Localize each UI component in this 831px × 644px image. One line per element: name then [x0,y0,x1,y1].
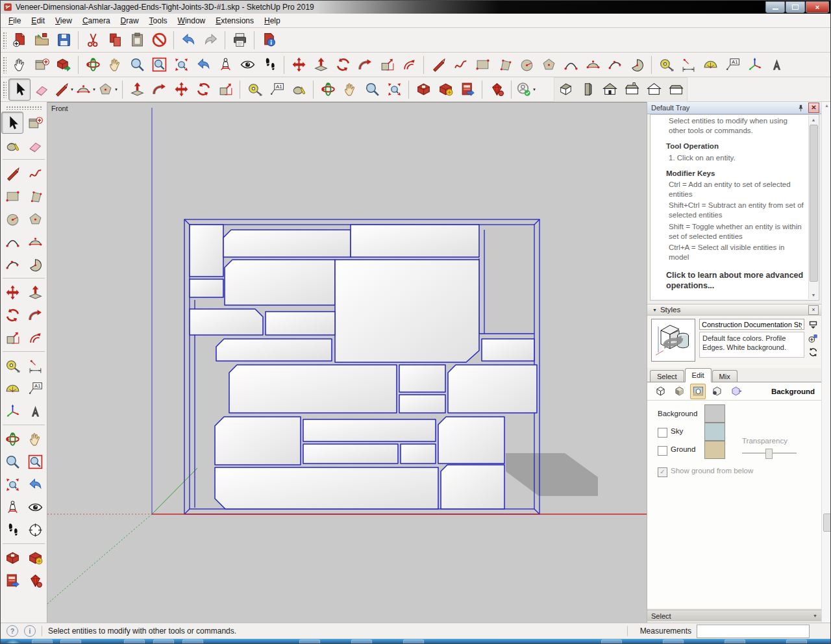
follow-me-button[interactable] [354,54,376,76]
account-button[interactable]: ▼ [515,79,537,101]
two-point-arc-button[interactable]: ▼ [75,79,97,101]
top-view-button[interactable] [577,79,599,101]
select-button[interactable] [1,112,23,134]
style-name-input[interactable] [699,319,804,330]
three-point-arc-button[interactable] [604,54,626,76]
two-point-arc-button[interactable] [582,54,604,76]
push-pull-button[interactable] [24,281,46,303]
scroll-up-icon[interactable]: ▲ [809,116,818,124]
taskbar-item[interactable] [725,639,745,644]
close-button[interactable]: × [806,1,829,13]
scroll-up-icon[interactable]: ▲ [822,103,831,108]
share-component-button[interactable] [53,54,75,76]
tape-measure-button[interactable] [243,79,266,101]
rotate-button[interactable] [332,54,354,76]
zoom-button[interactable] [126,54,148,76]
walk-button[interactable] [258,54,280,76]
3d-text-button[interactable] [765,54,788,76]
taskbar-item[interactable] [182,639,203,644]
move-button[interactable] [288,54,310,76]
face-settings-button[interactable] [671,384,687,399]
styles-section-header[interactable]: ▼ Styles × [647,304,821,316]
title-bar[interactable]: Veneer-Dimensional-Ashlar-Jagged-Ends-Ti… [1,1,831,14]
iso-view-button[interactable] [554,79,577,101]
menu-file[interactable]: File [3,15,26,27]
modeling-settings-button[interactable] [728,384,743,399]
position-camera-button[interactable] [214,54,236,76]
taskbar-item[interactable] [153,639,174,644]
transparency-slider[interactable] [742,449,797,458]
zoom-window-button[interactable] [24,451,46,473]
rotated-rectangle-button[interactable] [493,54,515,76]
share-model-button[interactable] [24,547,46,569]
protractor-button[interactable] [1,377,23,399]
offset-button[interactable] [398,54,420,76]
stone-block[interactable] [482,339,534,361]
arc-button[interactable] [560,54,582,76]
display-secondary-pane-button[interactable] [808,319,819,330]
pan-button[interactable] [104,54,126,76]
open-button[interactable] [31,29,53,51]
stone-block[interactable] [399,395,445,413]
geolocation-icon[interactable]: ? [6,625,18,637]
collapse-icon[interactable]: ▼ [652,308,657,312]
pan-button[interactable] [339,79,361,101]
menu-camera[interactable]: Camera [77,15,116,27]
info-icon[interactable]: i [24,625,36,637]
redo-button[interactable] [199,29,221,51]
print-button[interactable] [229,29,251,51]
three-point-arc-button[interactable] [1,253,23,275]
zoom-extents-button[interactable] [1,473,23,495]
windows-taskbar[interactable] [1,639,831,644]
tab-edit[interactable]: Edit [685,368,712,382]
position-camera-button[interactable] [1,496,23,518]
stone-block[interactable] [223,230,351,257]
freehand-button[interactable] [24,162,46,184]
stone-block[interactable] [190,279,223,297]
tray-header[interactable]: Default Tray ✕ [647,102,821,114]
paste-button[interactable] [126,29,148,51]
tape-measure-button[interactable] [655,54,677,76]
dropdown-caret-icon[interactable]: ▼ [70,88,74,92]
ground-checkbox[interactable] [658,446,667,456]
stone-block[interactable] [401,444,436,464]
scale-button[interactable] [376,54,398,76]
move-button[interactable] [1,281,23,303]
back-view-button[interactable] [643,79,665,101]
line-button[interactable] [427,54,449,76]
protractor-button[interactable] [699,54,721,76]
paint-bucket-button[interactable] [288,79,310,101]
move-button[interactable] [170,79,192,101]
text-button[interactable] [721,54,743,76]
stone-block[interactable] [215,417,301,465]
toolbar-grip[interactable] [3,81,6,98]
taskbar-item[interactable] [60,639,81,644]
look-around-button[interactable] [236,54,258,76]
axes-button[interactable] [1,400,23,422]
stone-block[interactable] [448,365,537,413]
stone-block[interactable] [303,419,436,441]
look-around-button[interactable] [24,496,46,518]
update-style-button[interactable] [808,347,819,358]
menu-view[interactable]: View [50,15,77,27]
taskbar-item[interactable] [786,639,807,644]
copy-button[interactable] [104,29,126,51]
dimension-button[interactable] [677,54,699,76]
zoom-button[interactable] [1,451,23,473]
section-plane-button[interactable] [24,519,46,541]
stone-block[interactable] [229,365,397,413]
menu-window[interactable]: Window [173,15,211,27]
rectangle-button[interactable] [1,185,23,207]
right-view-button[interactable] [621,79,643,101]
edge-settings-button[interactable] [652,384,668,399]
offset-button[interactable] [24,327,46,349]
share-model-button[interactable] [434,79,456,101]
dropdown-caret-icon[interactable]: ▼ [92,88,96,92]
rotate-button[interactable] [192,79,214,101]
front-view-button[interactable] [599,79,621,101]
new-button[interactable] [8,29,31,51]
zoom-window-button[interactable] [148,54,170,76]
menu-help[interactable]: Help [259,15,286,27]
stone-block[interactable] [225,260,335,305]
polygon-button[interactable] [24,208,46,230]
